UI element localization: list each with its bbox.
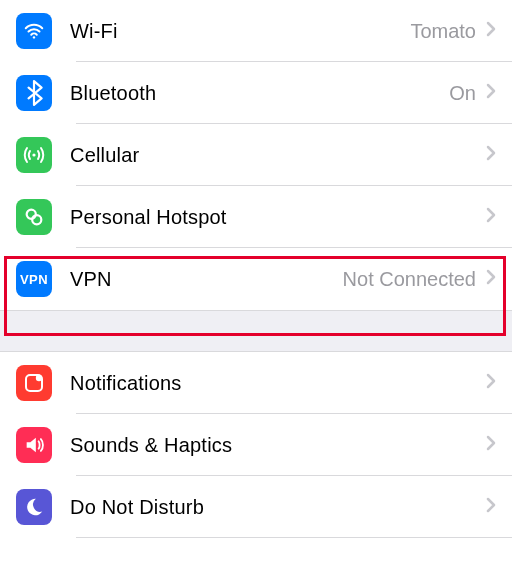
chevron-right-icon [486,21,496,41]
chevron-right-icon [486,373,496,393]
svg-point-0 [33,36,35,38]
chevron-right-icon [486,497,496,517]
row-label: Cellular [70,144,139,167]
svg-point-2 [27,210,36,219]
row-vpn[interactable]: VPN VPN Not Connected [0,248,512,310]
row-sounds[interactable]: Sounds & Haptics [0,414,512,476]
row-label: Do Not Disturb [70,496,204,519]
chevron-right-icon [486,207,496,227]
chevron-right-icon [486,269,496,289]
chevron-right-icon [486,145,496,165]
row-value: Not Connected [343,268,476,291]
row-value: Tomato [410,20,476,43]
row-cellular[interactable]: Cellular [0,124,512,186]
row-label: Bluetooth [70,82,156,105]
notifications-icon [16,365,52,401]
row-label: VPN [70,268,112,291]
svg-point-3 [32,215,41,224]
row-value: On [449,82,476,105]
row-label: Sounds & Haptics [70,434,232,457]
hotspot-icon [16,199,52,235]
row-notifications[interactable]: Notifications [0,352,512,414]
bluetooth-icon [16,75,52,111]
wifi-icon [16,13,52,49]
chevron-right-icon [486,83,496,103]
svg-point-1 [32,153,35,156]
row-label: Personal Hotspot [70,206,227,229]
vpn-icon: VPN [16,261,52,297]
row-label: Wi-Fi [70,20,118,43]
sounds-icon [16,427,52,463]
row-dnd[interactable]: Do Not Disturb [0,476,512,538]
cellular-icon [16,137,52,173]
dnd-icon [16,489,52,525]
section-gap [0,311,512,351]
row-hotspot[interactable]: Personal Hotspot [0,186,512,248]
settings-section-connectivity: Wi-Fi Tomato Bluetooth On Cellular [0,0,512,311]
row-bluetooth[interactable]: Bluetooth On [0,62,512,124]
row-wifi[interactable]: Wi-Fi Tomato [0,0,512,62]
separator [76,537,512,538]
svg-point-5 [36,375,42,381]
chevron-right-icon [486,435,496,455]
row-label: Notifications [70,372,182,395]
settings-section-alerts: Notifications Sounds & Haptics Do Not Di… [0,352,512,538]
